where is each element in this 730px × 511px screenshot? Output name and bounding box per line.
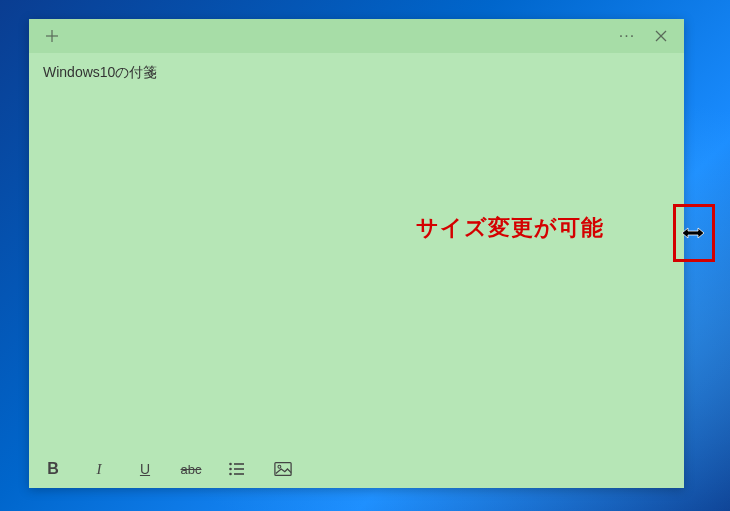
- close-icon: [654, 29, 668, 43]
- menu-button[interactable]: ···: [610, 19, 644, 53]
- plus-icon: [45, 29, 59, 43]
- ellipsis-icon: ···: [619, 27, 635, 45]
- bullet-list-button[interactable]: [225, 457, 249, 481]
- sticky-note-window: ··· Windows10の付箋 B I U abc: [29, 19, 684, 488]
- svg-point-8: [229, 473, 232, 476]
- bold-button[interactable]: B: [41, 457, 65, 481]
- image-icon: [274, 460, 292, 478]
- strikethrough-button[interactable]: abc: [179, 457, 203, 481]
- svg-rect-10: [275, 463, 291, 476]
- note-content[interactable]: Windows10の付箋: [29, 53, 684, 450]
- svg-point-11: [278, 465, 281, 468]
- resize-horizontal-icon: [682, 226, 704, 240]
- insert-image-button[interactable]: [271, 457, 295, 481]
- format-toolbar: B I U abc: [29, 450, 684, 488]
- svg-point-6: [229, 468, 232, 471]
- italic-button[interactable]: I: [87, 457, 111, 481]
- annotation-label: サイズ変更が可能: [416, 213, 604, 243]
- resize-cursor-indicator[interactable]: [682, 226, 704, 240]
- svg-marker-12: [682, 228, 704, 238]
- list-icon: [228, 460, 246, 478]
- new-note-button[interactable]: [35, 19, 69, 53]
- titlebar: ···: [29, 19, 684, 53]
- close-button[interactable]: [644, 19, 678, 53]
- svg-point-4: [229, 463, 232, 466]
- underline-button[interactable]: U: [133, 457, 157, 481]
